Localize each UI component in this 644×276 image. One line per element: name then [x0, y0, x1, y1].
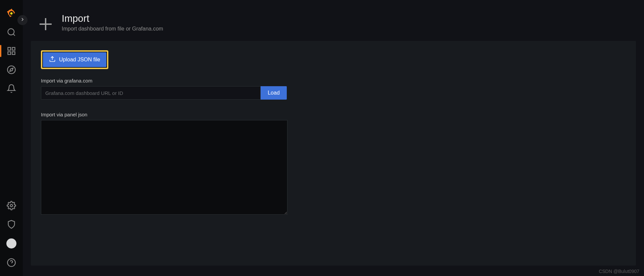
help-icon[interactable] [0, 253, 23, 272]
page-subtitle: Import dashboard from file or Grafana.co… [62, 26, 163, 32]
svg-point-1 [8, 29, 14, 35]
user-avatar-icon[interactable] [6, 238, 16, 249]
settings-icon[interactable] [0, 196, 23, 215]
search-icon[interactable] [0, 23, 23, 42]
svg-rect-3 [8, 48, 11, 50]
svg-marker-8 [10, 68, 13, 71]
json-field-label: Import via panel json [41, 112, 626, 117]
explore-icon[interactable] [0, 60, 23, 79]
panel-json-textarea[interactable] [41, 120, 287, 215]
grafana-url-input[interactable] [41, 86, 261, 100]
svg-line-2 [13, 34, 15, 36]
load-button[interactable]: Load [261, 86, 287, 100]
svg-rect-4 [12, 48, 15, 50]
admin-shield-icon[interactable] [0, 215, 23, 234]
url-field-label: Import via grafana.com [41, 78, 626, 84]
upload-icon [49, 56, 56, 64]
page-header: Import Import dashboard from file or Gra… [23, 0, 644, 41]
dashboards-icon[interactable] [0, 42, 23, 60]
page-title: Import [62, 13, 163, 24]
svg-point-7 [7, 66, 15, 73]
svg-point-9 [10, 205, 13, 207]
watermark: CSDN @Bulut0907 [599, 269, 639, 274]
upload-button-highlight: Upload JSON file [41, 50, 108, 69]
sidebar [0, 0, 23, 276]
sidebar-expand-toggle[interactable] [17, 15, 28, 25]
svg-rect-5 [12, 52, 15, 54]
svg-rect-6 [8, 52, 11, 54]
import-panel: Upload JSON file Import via grafana.com … [31, 41, 636, 266]
plus-icon [38, 16, 54, 32]
alerts-icon[interactable] [0, 79, 23, 98]
upload-json-button[interactable]: Upload JSON file [43, 52, 106, 67]
svg-point-0 [10, 12, 13, 15]
upload-button-label: Upload JSON file [59, 57, 100, 63]
chevron-right-icon [20, 17, 25, 23]
